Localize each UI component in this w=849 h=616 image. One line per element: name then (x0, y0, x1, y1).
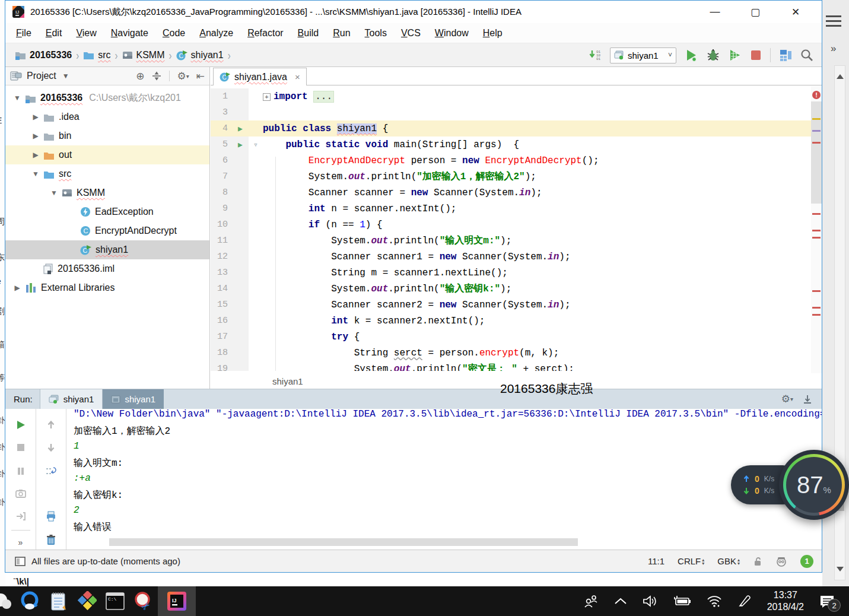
chevron-collapsed-icon[interactable]: ▶ (32, 132, 39, 140)
info-stripe-mark[interactable] (812, 130, 821, 132)
update-project-icon[interactable]: 011001 (589, 49, 602, 62)
menu-window[interactable]: Window (435, 28, 469, 39)
down-stacktrace-icon[interactable] (36, 440, 66, 455)
editor-scrollbar-thumb[interactable] (811, 101, 822, 204)
tray-chevron-up-icon[interactable] (614, 597, 627, 605)
error-stripe-mark[interactable] (812, 307, 821, 309)
run-tab-1[interactable]: shiyan1 (40, 389, 103, 409)
structure-popup-icon[interactable] (779, 49, 792, 62)
console-settings-gear-icon[interactable]: ⚙▾ (781, 393, 793, 405)
chevron-expanded-icon[interactable]: ▼ (50, 189, 58, 197)
breadcrumb-shiyan1[interactable]: Cshiyan1 (176, 50, 224, 61)
taskbar-tortoise-icon[interactable] (72, 586, 101, 616)
chevron-expanded-icon[interactable]: ▼ (32, 170, 39, 178)
error-stripe-mark[interactable] (812, 290, 821, 292)
line-separator-select[interactable]: CRLF▴▾ (678, 556, 704, 566)
code-text[interactable]: if (n == 1) { (263, 220, 383, 230)
locate-file-icon[interactable]: ⊕ (136, 70, 144, 82)
menu-code[interactable]: Code (163, 28, 185, 39)
close-button[interactable]: ✕ (775, 1, 816, 23)
tree-item-bin[interactable]: ▶bin (5, 126, 209, 145)
hamburger-icon[interactable] (826, 15, 841, 27)
breadcrumb-KSMM[interactable]: KSMM (122, 50, 165, 61)
pause-output-button[interactable] (5, 463, 36, 479)
error-stripe-mark[interactable] (812, 142, 821, 144)
coverage-button[interactable] (729, 49, 742, 62)
collapse-all-icon[interactable] (151, 71, 162, 81)
show-more-icon[interactable]: » (5, 535, 36, 550)
code-text[interactable]: Scanner scanner = new Scanner(System.in)… (263, 188, 542, 198)
chevron-collapsed-icon[interactable]: ▶ (32, 151, 39, 159)
close-tab-icon[interactable]: × (295, 72, 300, 82)
taskbar-screenshot-tool-icon[interactable]: ✂ (129, 586, 158, 616)
toggle-toolwindows-icon[interactable] (15, 557, 26, 566)
scroll-up-arrow-icon[interactable] (837, 71, 844, 79)
screenshot-button[interactable] (5, 486, 36, 501)
code-text[interactable]: int n = scanner.nextInt(); (263, 204, 456, 214)
tree-item-EadException[interactable]: EadException (5, 202, 209, 221)
code-text[interactable]: try { (263, 332, 360, 342)
stop-process-button[interactable] (5, 440, 36, 455)
code-text[interactable]: Scanner scanner2 = new Scanner(System.in… (263, 300, 571, 310)
encoding-select[interactable]: GBK▴▾ (717, 556, 740, 566)
maximize-button[interactable]: ▢ (735, 1, 775, 23)
minimize-button[interactable]: — (695, 1, 735, 23)
tree-item-out[interactable]: ▶out (5, 145, 209, 164)
lock-icon[interactable] (753, 557, 762, 566)
menu-vcs[interactable]: VCS (401, 28, 421, 39)
taskbar-qq-browser-icon[interactable] (15, 586, 44, 616)
editor-breadcrumb[interactable]: shiyan1 (272, 376, 303, 386)
menu-analyze[interactable]: Analyze (199, 28, 233, 39)
code-text[interactable]: String m = scanner1.nextLine(); (263, 268, 508, 278)
code-text[interactable]: System.out.println("输入明文m:"); (263, 234, 511, 247)
search-everywhere-icon[interactable] (800, 49, 813, 62)
code-text[interactable]: int k = scanner2.nextInt(); (263, 316, 485, 326)
code-text[interactable]: Scanner scanner1 = new Scanner(System.in… (263, 252, 571, 262)
tree-item-20165336[interactable]: ▼20165336C:\Users\戴尔\kzq201 (5, 88, 209, 107)
chevron-collapsed-icon[interactable]: ▶ (14, 284, 21, 292)
title-bar[interactable]: IJ 20165336 [C:\Users\戴尔\kzq20165336_Jav… (5, 1, 822, 23)
code-text[interactable]: EncryptAndDecrypt person = new EncryptAn… (263, 155, 599, 166)
debug-button[interactable] (706, 49, 720, 62)
taskbar-wechat-icon[interactable] (0, 586, 15, 616)
warning-stripe-mark[interactable] (812, 118, 821, 120)
menu-edit[interactable]: Edit (46, 28, 62, 39)
dock-pin-icon[interactable] (803, 395, 812, 404)
menu-help[interactable]: Help (483, 28, 503, 39)
breadcrumb-src[interactable]: src (83, 50, 110, 61)
error-stripe-mark[interactable] (812, 213, 821, 215)
code-text[interactable]: System.out.println("密文是： " + serct); (263, 363, 574, 371)
tray-people-icon[interactable] (583, 594, 599, 608)
taskbar-clock[interactable]: 13:37 2018/4/2 (767, 589, 804, 613)
menu-file[interactable]: File (16, 28, 31, 39)
tree-item-EncryptAndDecrypt[interactable]: CEncryptAndDecrypt (5, 221, 209, 240)
tray-battery-icon[interactable] (673, 595, 691, 607)
chevron-collapsed-icon[interactable]: ▶ (32, 113, 39, 121)
code-text[interactable]: String serct = person.encrypt(m, k); (263, 348, 559, 358)
run-line-gutter-icon[interactable]: ▶ (232, 120, 249, 136)
taskbar-cmd-icon[interactable]: C:\ (101, 586, 129, 616)
menu-run[interactable]: Run (333, 28, 350, 39)
console-hscrollbar-thumb[interactable] (109, 538, 578, 546)
tray-volume-icon[interactable] (643, 595, 658, 608)
error-stripe[interactable]: ! (811, 86, 822, 389)
memory-usage-ball[interactable]: 87 % (779, 450, 849, 520)
editor-tab-shiyan1[interactable]: C shiyan1.java × (213, 68, 307, 85)
taskbar-intellij-icon[interactable]: IJ (158, 586, 196, 616)
run-line-gutter-icon[interactable]: ▶ (232, 136, 249, 153)
error-stripe-mark[interactable] (812, 314, 821, 316)
settings-gear-icon[interactable]: ⚙▾ (177, 70, 189, 82)
action-center-icon[interactable]: 2 (819, 594, 835, 608)
code-text[interactable]: System.out.println("输入密钥k:"); (263, 282, 511, 295)
code-text[interactable]: System.out.println("加密输入1，解密输入2"); (263, 170, 536, 183)
taskbar-notepad-icon[interactable] (44, 586, 72, 616)
clear-console-icon[interactable] (36, 532, 66, 548)
fold-marker-icon[interactable]: ▿ (249, 136, 263, 153)
error-stripe-mark[interactable] (812, 237, 821, 239)
tray-wifi-icon[interactable] (707, 595, 722, 608)
run-configuration-select[interactable]: shiyan1 ˅ (610, 47, 676, 63)
console-output[interactable]: "D:\New Folder\bin\java" "-javaagent:D:\… (66, 409, 822, 550)
caret-position[interactable]: 11:1 (648, 556, 664, 566)
tree-item-KSMM[interactable]: ▼KSMM (5, 183, 209, 202)
event-log-balloon[interactable]: 1 (800, 555, 813, 568)
